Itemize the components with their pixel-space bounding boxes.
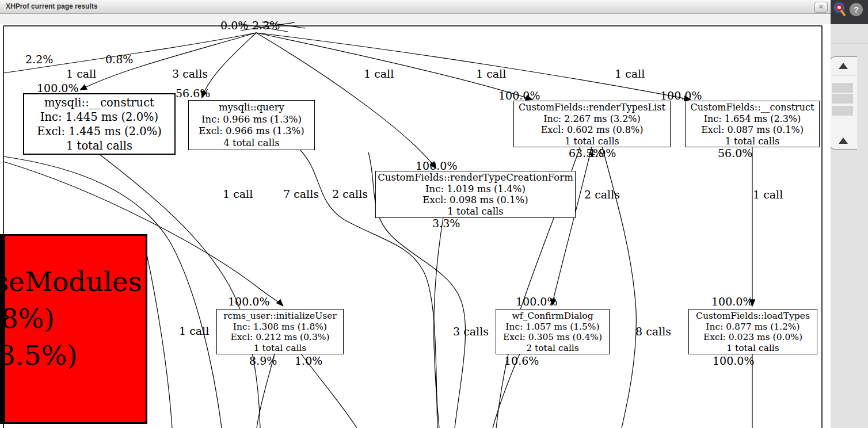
edge-label: 100.0% xyxy=(498,89,540,102)
graph-node[interactable]: rcms_user::initializeUser Inc: 1.308 ms … xyxy=(216,309,344,354)
node-function: mysqli::query xyxy=(189,102,314,114)
graph-node[interactable]: mysqli::__construct Inc: 1.445 ms (2.0%)… xyxy=(23,93,176,155)
node-inclusive: Inc: 1.654 ms (2.3%) xyxy=(686,113,819,125)
edge-label: 100.0% xyxy=(711,295,753,308)
edge-label: 1 call xyxy=(179,324,209,337)
graph-node[interactable]: CustomFields::loadTypes Inc: 0.877 ms (1… xyxy=(688,309,817,354)
edge-label: 1.0% xyxy=(295,354,322,367)
edge-label: 100.0% xyxy=(660,89,702,102)
node-exclusive: Excl: 0.098 ms (0.1%) xyxy=(376,194,575,206)
node-inclusive: Inc: 1.308 ms (1.8%) xyxy=(217,322,343,333)
widget-bar xyxy=(832,106,853,116)
node-function: CustomFields::renderTypeCreationForm xyxy=(376,172,575,184)
node-inclusive: Inc: 1.019 ms (1.4%) xyxy=(376,184,575,195)
edge-label: 3.3% xyxy=(432,217,460,230)
zoom-icon[interactable] xyxy=(833,2,847,17)
edge-label: 3 calls xyxy=(453,325,489,338)
edge-label: 100.0% xyxy=(228,295,269,308)
edge-label: 8 calls xyxy=(635,325,671,338)
node-calls: 1 total calls xyxy=(686,136,819,147)
scroll-widget xyxy=(830,56,857,150)
graph-node[interactable]: CustomFields::__construct Inc: 1.654 ms … xyxy=(685,101,820,147)
widget-divider xyxy=(831,75,857,75)
node-calls: 4 total calls xyxy=(189,137,314,150)
edge-label: 3 calls xyxy=(172,67,208,80)
edge-label: 2.2% xyxy=(25,53,53,66)
edge-label: 10.6% xyxy=(504,354,539,367)
edge-label: 1 call xyxy=(476,67,506,80)
edge-label: 100.0% xyxy=(516,295,557,308)
node-exclusive: Excl: 0.305 ms (0.4%) xyxy=(496,332,609,343)
node-exclusive: Excl: 0.602 ms (0.8%) xyxy=(514,124,670,136)
node-calls: 1 total calls xyxy=(514,136,670,147)
edge-label: 4.9% xyxy=(588,147,616,159)
node-exclusive: Excl: 0.087 ms (0.1%) xyxy=(686,124,819,136)
edge-label: 1 call xyxy=(615,67,645,80)
widget-bar xyxy=(832,83,853,93)
edge-label: 56.0% xyxy=(718,147,752,159)
red-node-border xyxy=(0,234,5,424)
edge-label: 100.0% xyxy=(416,159,457,172)
edge-label: 8.9% xyxy=(249,354,277,367)
edge-label: 1 call xyxy=(66,67,96,80)
node-function: mysqli::__construct xyxy=(24,95,174,110)
node-calls: 1 total calls xyxy=(24,139,174,153)
node-calls: 1 total calls xyxy=(217,343,343,354)
node-function: CustomFields::renderTypesList xyxy=(514,102,670,113)
scroll-up-icon[interactable] xyxy=(839,137,848,144)
node-inclusive: Inc: 1.057 ms (1.5%) xyxy=(496,322,609,333)
edge-label: 1 call xyxy=(753,188,783,201)
node-inclusive: Inc: 2.267 ms (3.2%) xyxy=(514,113,670,125)
edge-label: 0.0% xyxy=(220,19,248,32)
node-inclusive: Inc: 1.445 ms (2.0%) xyxy=(24,110,174,124)
node-calls: 1 total calls xyxy=(376,206,575,217)
panel-divider xyxy=(831,43,868,44)
node-exclusive: Excl: 0.212 ms (0.3%) xyxy=(217,332,343,343)
node-inclusive: Inc: 0.966 ms (1.3%) xyxy=(189,114,314,126)
graph-node[interactable]: wf_ConfirmDialog Inc: 1.057 ms (1.5%) Ex… xyxy=(496,309,610,354)
node-function: seModules xyxy=(5,266,142,297)
node-exclusive: 23.5%) xyxy=(5,339,78,371)
graph-node[interactable]: CustomFields::renderTypesList Inc: 2.267… xyxy=(513,101,671,147)
node-exclusive: Excl: 1.445 ms (2.0%) xyxy=(24,124,174,139)
node-calls: 1 total calls xyxy=(689,343,817,354)
graph-node[interactable]: CustomFields::renderTypeCreationForm Inc… xyxy=(375,171,576,218)
edge-label: 7 calls xyxy=(283,188,319,200)
node-function: CustomFields::__construct xyxy=(686,102,819,113)
edge-label: 2 calls xyxy=(332,188,368,200)
node-function: CustomFields::loadTypes xyxy=(689,311,817,322)
node-calls: 2 total calls xyxy=(496,343,609,354)
window-title: XHProf current page results xyxy=(6,2,97,10)
widget-bar xyxy=(832,94,853,104)
node-function: wf_ConfirmDialog xyxy=(496,311,609,322)
edge-label: 2 calls xyxy=(584,188,620,201)
window-titlebar: XHProf current page results xyxy=(0,0,831,14)
node-exclusive: Excl: 0.023 ms (0.0%) xyxy=(689,332,817,343)
edge-label: 100.0% xyxy=(713,354,754,367)
close-button[interactable]: × xyxy=(814,2,828,13)
node-exclusive: Excl: 0.966 ms (1.3%) xyxy=(189,125,314,137)
edge-label: 56.6% xyxy=(176,87,210,100)
graph-node[interactable]: mysqli::query Inc: 0.966 ms (1.3%) Excl:… xyxy=(188,100,315,150)
scroll-up-icon[interactable] xyxy=(839,63,848,69)
edge-label: 2.3% xyxy=(252,19,280,32)
node-inclusive: Inc: 0.877 ms (1.2%) xyxy=(689,322,817,333)
hot-graph-node[interactable]: seModules 0.8%) 23.5%) xyxy=(5,234,147,424)
titlebar-lower-strip xyxy=(0,14,831,24)
edge-label: 1 call xyxy=(223,188,253,200)
edge-label: 100.0% xyxy=(37,82,78,94)
node-function: rcms_user::initializeUser xyxy=(217,311,343,322)
node-inclusive: 0.8%) xyxy=(5,303,55,334)
edge-label: 0.8% xyxy=(105,53,133,66)
edge-label: 1 call xyxy=(364,67,394,80)
help-button[interactable]: ? xyxy=(850,3,863,16)
